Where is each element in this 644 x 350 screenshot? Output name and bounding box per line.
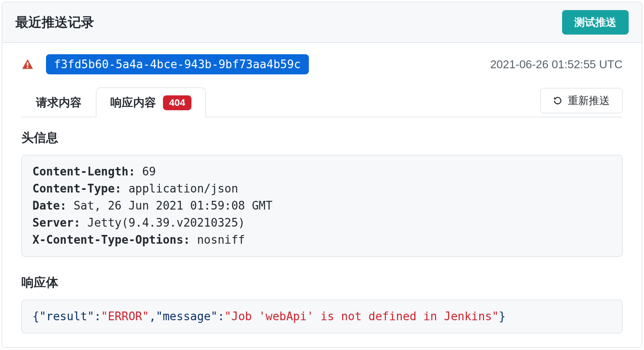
status-badge: 404 <box>163 95 191 110</box>
header-value: application/json <box>122 182 238 195</box>
body-box: {"result":"ERROR","message":"Job 'webApi… <box>21 300 623 333</box>
redeliver-label: 重新推送 <box>568 94 610 108</box>
header-key: Content-Length: <box>32 165 135 178</box>
tab-request-label: 请求内容 <box>36 95 81 110</box>
header-line: Content-Type: application/json <box>32 180 612 197</box>
header-line: Server: Jetty(9.4.39.v20210325) <box>32 214 612 231</box>
json-value-error: "ERROR" <box>101 310 149 323</box>
header-key: Date: <box>32 199 67 212</box>
redeliver-button[interactable]: 重新推送 <box>540 88 623 113</box>
json-colon: : <box>218 310 225 323</box>
svg-rect-1 <box>27 66 28 68</box>
json-comma: , <box>149 310 156 323</box>
panel-title: 最近推送记录 <box>15 14 94 32</box>
delivery-timestamp: 2021-06-26 01:52:55 UTC <box>490 58 623 71</box>
header-key: X-Content-Type-Options: <box>32 233 190 246</box>
refresh-icon <box>553 96 563 105</box>
headers-box: Content-Length: 69Content-Type: applicat… <box>21 155 623 257</box>
json-colon: : <box>94 310 101 323</box>
delivery-id-pill[interactable]: f3fd5b60-5a4a-4bce-943b-9bf73aa4b59c <box>46 54 309 74</box>
warning-icon <box>21 58 34 70</box>
header-value: 69 <box>135 165 156 178</box>
test-push-button[interactable]: 测试推送 <box>562 10 629 35</box>
json-key-message: "message" <box>156 310 218 323</box>
header-value: Jetty(9.4.39.v20210325) <box>81 216 245 229</box>
delivery-row: f3fd5b60-5a4a-4bce-943b-9bf73aa4b59c 202… <box>21 54 623 74</box>
svg-rect-0 <box>27 62 28 66</box>
json-brace-close: } <box>499 310 506 323</box>
header-value: nosniff <box>190 233 245 246</box>
delivery-panel: 最近推送记录 测试推送 f3fd5b60-5a4a-4bce-943b-9bf7… <box>2 2 642 348</box>
panel-body: f3fd5b60-5a4a-4bce-943b-9bf73aa4b59c 202… <box>2 43 642 347</box>
header-line: Date: Sat, 26 Jun 2021 01:59:08 GMT <box>32 197 612 214</box>
headers-title: 头信息 <box>21 130 623 146</box>
json-value-message: "Job 'webApi' is not defined in Jenkins" <box>224 310 499 323</box>
tabs-row: 请求内容 响应内容 404 重新推送 <box>21 88 623 117</box>
header-line: Content-Length: 69 <box>32 163 612 180</box>
panel-header: 最近推送记录 测试推送 <box>2 2 642 43</box>
header-key: Server: <box>32 216 81 229</box>
header-key: Content-Type: <box>32 182 122 195</box>
json-brace-open: { <box>32 310 39 323</box>
header-value: Sat, 26 Jun 2021 01:59:08 GMT <box>67 199 272 212</box>
tab-response[interactable]: 响应内容 404 <box>96 88 206 117</box>
json-key-result: "result" <box>39 310 94 323</box>
body-title: 响应体 <box>21 274 623 291</box>
tab-response-label: 响应内容 <box>110 95 156 110</box>
tab-request[interactable]: 请求内容 <box>21 88 96 117</box>
header-line: X-Content-Type-Options: nosniff <box>32 231 612 248</box>
